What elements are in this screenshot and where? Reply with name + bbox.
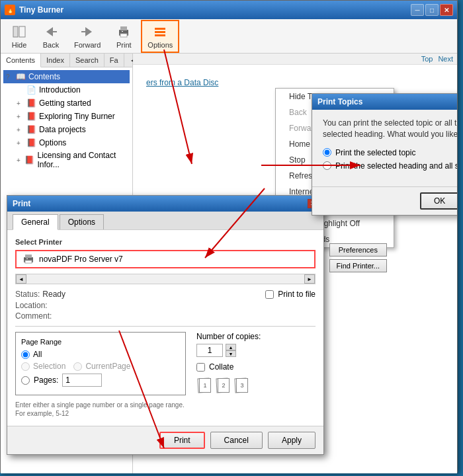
tree-item-exploring[interactable]: + 📕 Exploring Tiny Burner <box>3 110 130 123</box>
apply-button[interactable]: Apply <box>268 432 316 449</box>
expand-icon: + <box>17 157 23 164</box>
book-icon: 📕 <box>26 111 36 122</box>
toolbar: Hide Back Forward Print <box>1 19 457 54</box>
print-to-file-checkbox[interactable] <box>265 290 274 299</box>
page-range-title: Page Range <box>21 338 180 346</box>
tabs-bar: Contents Index Search Fa ◄ ► <box>1 54 132 67</box>
radio-all-subtopics-input[interactable] <box>323 161 331 170</box>
hide-button[interactable]: Hide <box>5 20 34 52</box>
radio-all-subtopics: Print the selected heading and all subto… <box>323 161 457 171</box>
radio-all-label: All <box>33 350 42 359</box>
divider <box>15 326 316 327</box>
radio-selection-input[interactable] <box>21 362 30 371</box>
print-tab-general[interactable]: General <box>13 214 58 230</box>
book-icon: 📕 <box>26 138 36 148</box>
copies-spinner: ▲ ▼ <box>226 344 236 357</box>
print-dialog-tabs: General Options <box>7 212 323 230</box>
svg-marker-4 <box>85 27 92 36</box>
radio-all: All <box>21 350 180 359</box>
radio-all-input[interactable] <box>21 350 30 359</box>
tree-item-options[interactable]: + 📕 Options <box>3 136 130 149</box>
radio-selection: Selection CurrentPage <box>21 362 180 371</box>
copies-up-button[interactable]: ▲ <box>226 344 236 350</box>
back-icon <box>43 24 59 40</box>
book-icon: 📕 <box>26 98 36 108</box>
tree-item-introduction[interactable]: 📄 Introduction <box>3 83 130 97</box>
scroll-left-button[interactable]: ◄ <box>16 274 26 284</box>
copies-down-button[interactable]: ▼ <box>226 350 236 357</box>
radio-current-page-label: CurrentPage <box>85 362 130 371</box>
svg-rect-1 <box>19 26 25 37</box>
radio-current-page-input[interactable] <box>73 362 82 371</box>
data-disc-link[interactable]: ers from a Data Disc <box>146 78 218 87</box>
back-button[interactable]: Back <box>36 20 65 52</box>
tree-item-licensing[interactable]: + 📕 Licensing and Contact Infor... <box>3 149 130 171</box>
page-range-section: Page Range All Selection CurrentPage Pag… <box>15 332 186 418</box>
svg-rect-16 <box>26 258 28 259</box>
tree-item-contents[interactable]: ? 📖 Contents <box>3 70 130 83</box>
minimize-button[interactable]: ─ <box>411 4 424 16</box>
select-printer-label: Select Printer <box>15 238 316 246</box>
print-options-group: Print the selected topic Print the selec… <box>323 148 457 171</box>
expand-icon: ? <box>6 73 14 81</box>
radio-selection-label: Selection <box>33 362 65 371</box>
top-link[interactable]: Top <box>421 55 433 63</box>
copies-label: Number of copies: <box>196 332 316 341</box>
top-bar-right: Top Next <box>133 54 457 65</box>
print-to-file-label: Print to file <box>278 290 316 299</box>
title-bar-controls: ─ □ ✕ <box>411 4 453 16</box>
copy-page: 3 <box>236 378 248 393</box>
print-topics-title-bar: Print Topics ✕ <box>312 94 457 110</box>
radio-pages-input[interactable] <box>21 376 30 385</box>
svg-rect-10 <box>155 28 165 30</box>
print-tab-options[interactable]: Options <box>60 214 104 229</box>
page-range-box: Page Range All Selection CurrentPage Pag… <box>15 332 186 395</box>
print-button[interactable]: Print <box>109 20 138 52</box>
tab-fa[interactable]: Fa <box>105 54 124 67</box>
expand-icon: + <box>17 113 24 120</box>
maximize-button[interactable]: □ <box>425 4 439 16</box>
svg-rect-7 <box>120 26 127 30</box>
comment-label: Comment: <box>15 311 52 321</box>
collate-checkbox[interactable] <box>196 363 205 372</box>
book-icon: 📕 <box>26 124 36 135</box>
copy-stack-3: 3 3 <box>233 376 248 391</box>
svg-rect-12 <box>155 34 165 36</box>
tab-contents[interactable]: Contents <box>1 54 41 67</box>
svg-rect-0 <box>13 26 18 37</box>
cancel-button[interactable]: Cancel <box>210 432 263 449</box>
printer-list-box[interactable]: novaPDF Pro Server v7 <box>15 250 316 268</box>
tree-item-getting-started[interactable]: + 📕 Getting started <box>3 97 130 110</box>
tab-search[interactable]: Search <box>70 54 105 67</box>
pages-label: Pages: <box>34 376 58 385</box>
preferences-button[interactable]: Preferences <box>329 243 387 257</box>
close-button[interactable]: ✕ <box>440 4 453 16</box>
book-icon: 📕 <box>24 155 34 165</box>
tree-item-data-projects[interactable]: + 📕 Data projects <box>3 123 130 136</box>
hide-icon <box>11 24 27 40</box>
range-hint: Enter either a single page number or a s… <box>15 401 186 418</box>
copy-page: 1 <box>199 378 211 393</box>
collate-row: Collate <box>196 362 316 372</box>
print-topics-buttons: OK Cancel <box>312 186 457 215</box>
printer-scrollbar[interactable]: ◄ ► <box>15 274 316 284</box>
tab-index[interactable]: Index <box>41 54 70 67</box>
options-button[interactable]: Options <box>141 20 179 53</box>
next-link[interactable]: Next <box>438 55 453 63</box>
page-icon: 📄 <box>26 85 36 95</box>
book-icon: 📖 <box>15 71 26 82</box>
forward-button[interactable]: Forward <box>68 20 106 52</box>
print-topics-title: Print Topics <box>317 97 362 106</box>
print-topics-ok-button[interactable]: OK <box>420 192 457 210</box>
collate-label: Collate <box>209 362 233 372</box>
svg-rect-9 <box>122 31 123 32</box>
copies-input[interactable] <box>196 344 223 357</box>
radio-selected-topic-input[interactable] <box>323 148 331 157</box>
print-button[interactable]: Print <box>159 432 205 449</box>
scroll-right-button[interactable]: ► <box>304 274 315 284</box>
radio-selected-topic-label: Print the selected topic <box>335 148 415 157</box>
find-printer-button[interactable]: Find Printer... <box>329 259 387 272</box>
print-topics-body: You can print the selected topic or all … <box>312 110 457 186</box>
pages-input[interactable] <box>62 374 102 387</box>
location-label: Location: <box>15 301 48 310</box>
